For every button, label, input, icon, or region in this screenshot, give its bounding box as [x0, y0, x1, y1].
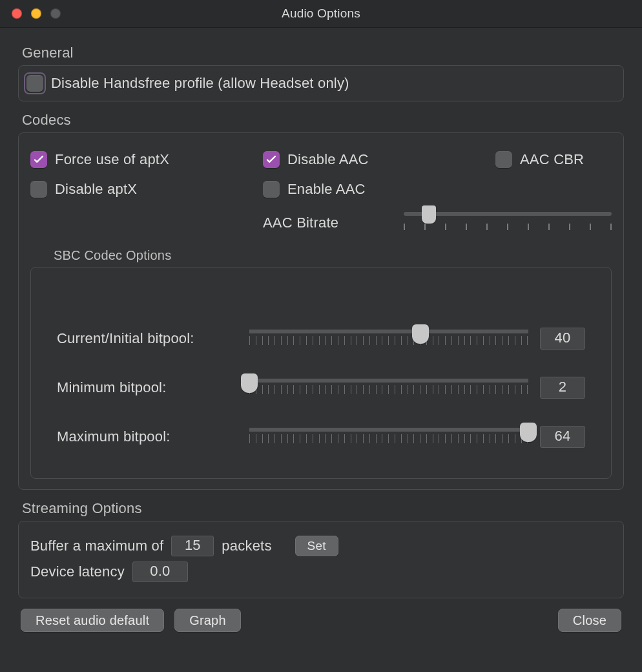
sbc-maximum-readout[interactable]: 64	[540, 426, 585, 448]
buffer-prefix-label: Buffer a maximum of	[30, 538, 163, 554]
streaming-section: Streaming Options Buffer a maximum of 15…	[18, 500, 624, 598]
disable-handsfree-row: Disable Handsfree profile (allow Headset…	[26, 75, 616, 92]
sbc-current-label: Current/Initial bitpool:	[57, 330, 238, 347]
buffer-packets-input[interactable]: 15	[171, 536, 214, 556]
disable-aptx-label: Disable aptX	[55, 181, 137, 198]
disable-aptx-checkbox[interactable]	[30, 181, 47, 198]
sbc-maximum-label: Maximum bitpool:	[57, 428, 238, 445]
window-controls	[12, 8, 61, 19]
general-section: General Disable Handsfree profile (allow…	[18, 45, 624, 101]
general-section-title: General	[22, 45, 624, 61]
codecs-section-box: Force use of aptX Disable aptX	[18, 132, 624, 490]
streaming-section-title: Streaming Options	[22, 500, 624, 517]
aac-cbr-checkbox[interactable]	[495, 151, 512, 168]
general-section-box: Disable Handsfree profile (allow Headset…	[18, 65, 624, 101]
device-latency-input[interactable]: 0.0	[132, 562, 188, 582]
buffer-set-button[interactable]: Set	[295, 536, 338, 556]
device-latency-label: Device latency	[30, 563, 125, 580]
disable-aac-label: Disable AAC	[287, 151, 369, 168]
aac-bitrate-label: AAC Bitrate	[263, 215, 338, 231]
disable-aac-checkbox[interactable]	[263, 151, 280, 168]
force-aptx-checkbox[interactable]	[30, 151, 47, 168]
aac-cbr-label: AAC CBR	[520, 151, 584, 168]
reset-audio-default-button[interactable]: Reset audio default	[21, 609, 164, 632]
sbc-options-title: SBC Codec Options	[54, 248, 612, 263]
enable-aac-checkbox[interactable]	[263, 181, 280, 198]
enable-aac-label: Enable AAC	[287, 181, 366, 198]
disable-handsfree-checkbox[interactable]	[26, 75, 43, 92]
sbc-current-slider[interactable]	[249, 324, 528, 353]
footer-toolbar: Reset audio default Graph Close	[18, 609, 624, 632]
window-title: Audio Options	[282, 6, 360, 21]
sbc-minimum-label: Minimum bitpool:	[57, 379, 238, 396]
codecs-section-title: Codecs	[22, 112, 624, 129]
streaming-section-box: Buffer a maximum of 15 packets Set Devic…	[18, 521, 624, 598]
close-window-icon[interactable]	[12, 8, 22, 19]
graph-button[interactable]: Graph	[174, 609, 241, 632]
aac-bitrate-slider[interactable]	[404, 205, 612, 231]
sbc-maximum-slider[interactable]	[249, 423, 528, 451]
zoom-window-icon	[50, 8, 61, 19]
codecs-section: Codecs Force use of aptX Disable aptX	[18, 112, 624, 490]
sbc-minimum-readout[interactable]: 2	[540, 377, 585, 399]
sbc-options-box: Current/Initial bitpool: 40 Minimum bitp…	[30, 267, 612, 479]
sbc-current-readout[interactable]: 40	[540, 328, 585, 350]
force-aptx-label: Force use of aptX	[55, 151, 169, 168]
sbc-minimum-slider[interactable]	[249, 373, 528, 402]
minimize-window-icon[interactable]	[31, 8, 41, 19]
disable-handsfree-label: Disable Handsfree profile (allow Headset…	[51, 75, 349, 92]
close-button[interactable]: Close	[558, 609, 621, 632]
buffer-suffix-label: packets	[222, 538, 271, 554]
titlebar: Audio Options	[0, 0, 642, 28]
